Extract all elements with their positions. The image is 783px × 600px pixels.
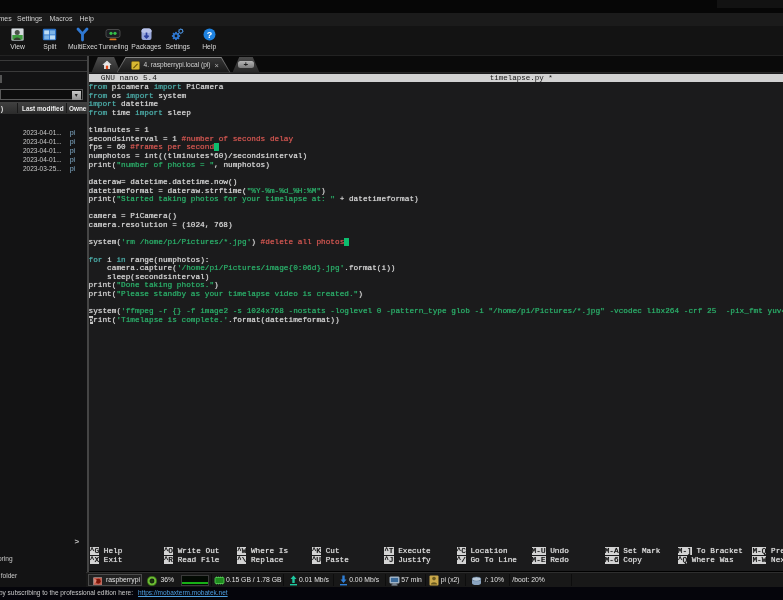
svg-text:?: ? bbox=[206, 29, 212, 39]
